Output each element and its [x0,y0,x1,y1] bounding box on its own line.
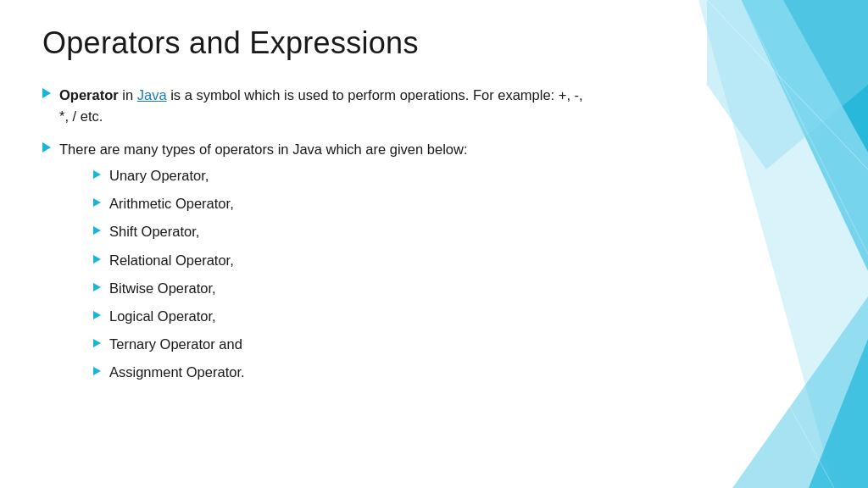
sub-arrow-bitwise [93,283,101,291]
sub-relational-text: Relational Operator, [109,251,234,270]
bullet-types-container: There are many types of operators in Jav… [59,139,468,391]
bullet-operator-text: Operator in Java is a symbol which is us… [59,85,593,127]
sub-bitwise: Bitwise Operator, [93,279,468,298]
sub-ternary-text: Ternary Operator and [109,335,242,354]
bullet-operator: Operator in Java is a symbol which is us… [42,85,593,127]
svg-line-8 [707,254,834,488]
sub-arrow-ternary [93,339,101,347]
slide-content: Operators and Expressions Operator in Ja… [0,0,636,428]
svg-marker-0 [698,0,868,488]
svg-marker-4 [732,297,868,488]
sub-arrow-unary [93,170,101,179]
bullet-types-text: There are many types of operators in Jav… [59,141,468,157]
bullet-arrow-1 [42,88,51,98]
sub-ternary: Ternary Operator and [93,335,468,354]
svg-line-7 [741,0,868,254]
svg-marker-1 [741,0,868,271]
slide-title: Operators and Expressions [42,25,593,61]
svg-line-6 [707,0,868,169]
java-link[interactable]: Java [137,87,167,103]
bullet-arrow-2 [42,142,51,152]
sub-shift: Shift Operator, [93,222,468,241]
slide: Operators and Expressions Operator in Ja… [0,0,868,488]
background-decoration [597,0,868,488]
sub-assignment-text: Assignment Operator. [109,363,245,382]
sub-arrow-shift [93,226,101,235]
sub-logical: Logical Operator, [93,307,468,326]
sub-arithmetic-text: Arithmetic Operator, [109,194,234,214]
sub-arrow-assignment [93,367,101,375]
sub-unary-text: Unary Operator, [109,166,209,186]
svg-marker-2 [783,0,868,152]
svg-marker-5 [707,0,868,169]
sub-arrow-arithmetic [93,198,101,207]
svg-marker-3 [809,339,868,488]
operator-in: in [122,87,136,103]
operator-bold: Operator [59,87,119,103]
sub-bitwise-text: Bitwise Operator, [109,279,216,298]
sub-relational: Relational Operator, [93,251,468,270]
sub-arrow-logical [93,311,101,319]
sub-bullet-list: Unary Operator, Arithmetic Operator, Shi… [93,166,468,382]
bullet-types: There are many types of operators in Jav… [42,139,593,391]
main-bullet-list: Operator in Java is a symbol which is us… [42,85,593,391]
sub-arithmetic: Arithmetic Operator, [93,194,468,214]
sub-logical-text: Logical Operator, [109,307,216,326]
sub-arrow-relational [93,255,101,263]
sub-unary: Unary Operator, [93,166,468,186]
sub-shift-text: Shift Operator, [109,222,199,241]
sub-assignment: Assignment Operator. [93,363,468,382]
